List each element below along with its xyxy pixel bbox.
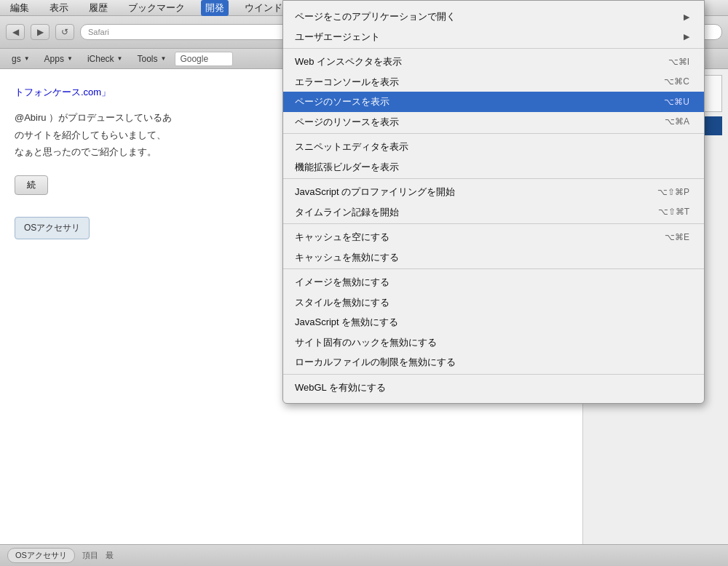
menu-item-enable-webgl-label: WebGL を有効にする: [295, 380, 689, 395]
menu-section-2: Web インスペクタを表示 ⌥⌘I エラーコンソールを表示 ⌥⌘C ページのソー…: [283, 50, 704, 134]
menu-item-error-console-shortcut: ⌥⌘C: [664, 75, 689, 88]
menu-item-empty-cache-shortcut: ⌥⌘E: [665, 231, 689, 244]
menu-item-enable-webgl[interactable]: WebGL を有効にする: [283, 378, 704, 398]
menu-item-disable-styles-label: スタイルを無効にする: [295, 295, 689, 310]
menu-section-4: JavaScript のプロファイリングを開始 ⌥⇧⌘P タイムライン記録を開始…: [283, 180, 704, 224]
menu-item-web-inspector-label: Web インスペクタを表示: [295, 55, 639, 69]
menu-item-snippet-editor[interactable]: スニペットエディタを表示: [283, 137, 704, 157]
bookmarks-item-tools[interactable]: Tools: [132, 52, 173, 65]
menu-section-6: イメージを無効にする スタイルを無効にする JavaScript を無効にする …: [283, 271, 704, 375]
menu-item-open-in-app-label: ページをこのアプリケーションで開く: [295, 9, 684, 24]
page-left: トフォンケース.com」 @Abiru ）がプロデュースしているあ のサイトを紹…: [0, 69, 288, 566]
menu-bar-item-develop[interactable]: 開発: [201, 0, 229, 16]
menu-item-disable-images[interactable]: イメージを無効にする: [283, 272, 704, 292]
menu-item-disable-local-file-restrictions-label: ローカルファイルの制限を無効にする: [295, 355, 689, 370]
menu-item-web-inspector-shortcut: ⌥⌘I: [668, 55, 689, 68]
menu-item-disable-styles[interactable]: スタイルを無効にする: [283, 292, 704, 313]
bookmarks-item-gs[interactable]: gs: [6, 52, 36, 65]
menu-item-user-agent[interactable]: ユーザエージェント ▶: [283, 27, 704, 47]
menu-item-error-console-label: エラーコンソールを表示: [295, 75, 635, 89]
menu-item-extension-builder-label: 機能拡張ビルダーを表示: [295, 160, 689, 175]
menu-item-error-console[interactable]: エラーコンソールを表示 ⌥⌘C: [283, 72, 704, 92]
menu-item-web-inspector[interactable]: Web インスペクタを表示 ⌥⌘I: [283, 52, 704, 72]
menu-item-timeline-label: タイムライン記録を開始: [295, 205, 629, 220]
bookmarks-item-apps[interactable]: Apps: [39, 52, 79, 65]
bottom-status: 頂目: [82, 550, 98, 561]
forward-button[interactable]: ▶: [31, 24, 50, 40]
page-body-line-2: のサイトを紹介してもらいまして、: [15, 127, 273, 143]
page-link[interactable]: トフォンケース.com」: [15, 84, 273, 100]
menu-item-disable-site-hacks-label: サイト固有のハックを無効にする: [295, 335, 689, 350]
menu-item-js-profiling[interactable]: JavaScript のプロファイリングを開始 ⌥⇧⌘P: [283, 182, 704, 202]
menu-section-3: スニペットエディタを表示 機能拡張ビルダーを表示: [283, 135, 704, 179]
menu-bar-item-edit[interactable]: 編集: [6, 0, 33, 16]
page-body: @Abiru ）がプロデュースしているあ のサイトを紹介してもらいまして、 なぁ…: [15, 109, 273, 160]
menu-item-open-in-app[interactable]: ページをこのアプリケーションで開く ▶: [283, 7, 704, 27]
bottom-bar: OSアクセサリ 頂目 最: [0, 544, 728, 566]
page-body-line-1: @Abiru ）がプロデュースしているあ: [15, 109, 273, 126]
bottom-info: 最: [106, 550, 114, 561]
back-button[interactable]: ◀: [6, 24, 25, 40]
continue-button[interactable]: 続: [15, 175, 48, 195]
menu-item-empty-cache[interactable]: キャッシュを空にする ⌥⌘E: [283, 227, 704, 247]
menu-item-disable-js-label: JavaScript を無効にする: [295, 315, 689, 330]
menu-item-view-source-shortcut: ⌥⌘U: [664, 95, 689, 108]
menu-section-7: WebGL を有効にする: [283, 376, 704, 399]
menu-item-user-agent-label: ユーザエージェント: [295, 30, 684, 44]
bottom-tag[interactable]: OSアクセサリ: [7, 548, 75, 563]
menu-item-disable-cache[interactable]: キャッシュを無効にする: [283, 247, 704, 268]
menu-item-disable-cache-label: キャッシュを無効にする: [295, 250, 689, 265]
menu-item-view-resources[interactable]: ページのリソースを表示 ⌥⌘A: [283, 112, 704, 132]
google-label: Google: [180, 54, 208, 64]
os-accessory-tag[interactable]: OSアクセサリ: [15, 217, 90, 239]
menu-item-snippet-editor-label: スニペットエディタを表示: [295, 140, 689, 154]
menu-item-empty-cache-label: キャッシュを空にする: [295, 230, 636, 244]
menu-item-user-agent-arrow: ▶: [684, 31, 689, 43]
menu-item-disable-local-file-restrictions[interactable]: ローカルファイルの制限を無効にする: [283, 352, 704, 372]
bookmarks-item-icheck[interactable]: iCheck: [82, 52, 129, 65]
menu-item-disable-images-label: イメージを無効にする: [295, 275, 689, 290]
develop-menu-dropdown[interactable]: ページをこのアプリケーションで開く ▶ ユーザエージェント ▶ Web インスペ…: [282, 0, 705, 404]
menu-item-timeline-shortcut: ⌥⇧⌘T: [658, 205, 689, 218]
menu-item-js-profiling-shortcut: ⌥⇧⌘P: [657, 186, 689, 199]
menu-bar-item-bookmarks[interactable]: ブックマーク: [124, 0, 189, 16]
menu-bar-item-view[interactable]: 表示: [45, 0, 73, 16]
menu-bar-item-history[interactable]: 履歴: [84, 0, 112, 16]
menu-item-view-source[interactable]: ページのソースを表示 ⌥⌘U: [283, 92, 704, 112]
menu-item-disable-site-hacks[interactable]: サイト固有のハックを無効にする: [283, 332, 704, 353]
menu-section-5: キャッシュを空にする ⌥⌘E キャッシュを無効にする: [283, 226, 704, 269]
menu-item-view-resources-label: ページのリソースを表示: [295, 115, 636, 129]
menu-item-disable-js[interactable]: JavaScript を無効にする: [283, 312, 704, 332]
menu-section-1: ページをこのアプリケーションで開く ▶ ユーザエージェント ▶: [283, 5, 704, 49]
menu-item-open-in-app-arrow: ▶: [684, 11, 689, 23]
menu-item-timeline[interactable]: タイムライン記録を開始 ⌥⇧⌘T: [283, 202, 704, 223]
page-body-line-3: なぁと思ったのでご紹介します。: [15, 143, 273, 160]
menu-item-extension-builder[interactable]: 機能拡張ビルダーを表示: [283, 157, 704, 178]
menu-item-js-profiling-label: JavaScript のプロファイリングを開始: [295, 185, 628, 199]
menu-item-view-resources-shortcut: ⌥⌘A: [665, 115, 689, 128]
menu-item-view-source-label: ページのソースを表示: [295, 95, 635, 109]
google-search-box[interactable]: Google: [175, 52, 233, 66]
reload-button[interactable]: ↺: [55, 24, 74, 40]
